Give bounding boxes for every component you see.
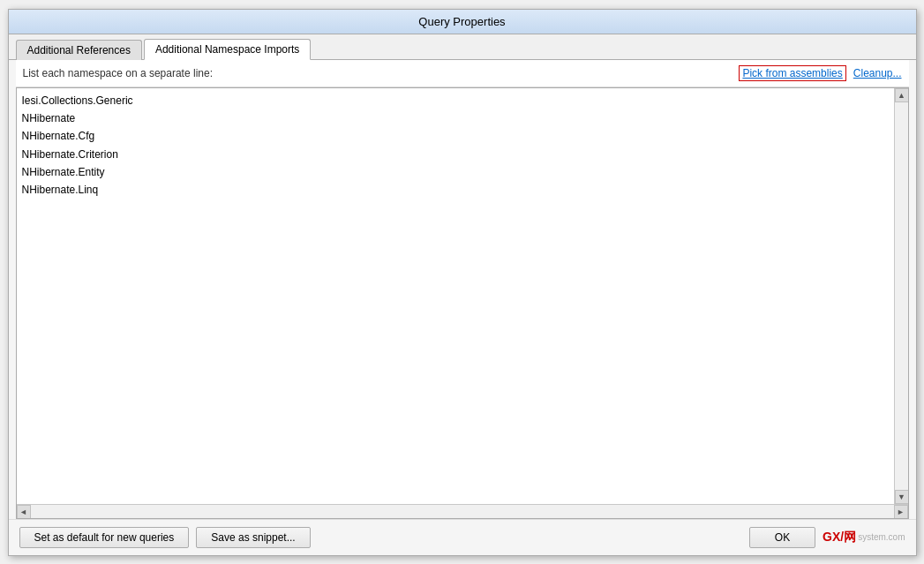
window-title: Query Properties xyxy=(418,15,505,28)
query-properties-window: Query Properties Additional References A… xyxy=(8,9,917,556)
scroll-left-button[interactable]: ◄ xyxy=(17,505,31,519)
scroll-up-icon: ▲ xyxy=(898,91,905,100)
watermark: GX/网 system.com xyxy=(823,530,905,545)
namespace-scroll-body: Iesi.Collections.Generic NHibernate NHib… xyxy=(17,88,908,504)
scroll-left-icon: ◄ xyxy=(19,508,27,516)
scroll-down-icon: ▼ xyxy=(898,493,905,501)
scroll-track-vertical[interactable] xyxy=(895,102,908,490)
namespace-line-3: NHibernate.Criterion xyxy=(22,146,889,163)
cleanup-link[interactable]: Cleanup... xyxy=(853,67,902,79)
namespace-line-1: NHibernate xyxy=(22,109,889,127)
tab-additional-namespace-imports[interactable]: Additional Namespace Imports xyxy=(144,39,311,60)
watermark-subtext: system.com xyxy=(858,532,905,542)
main-content: List each namespace on a separate line: … xyxy=(9,60,916,519)
title-bar: Query Properties xyxy=(9,10,916,34)
header-actions: Pick from assemblies Cleanup... xyxy=(739,65,901,81)
vertical-scrollbar[interactable]: ▲ ▼ xyxy=(894,88,908,504)
content-header: List each namespace on a separate line: … xyxy=(16,60,909,87)
scroll-right-button[interactable]: ► xyxy=(894,505,908,519)
footer-right: OK GX/网 system.com xyxy=(749,527,905,548)
set-default-button[interactable]: Set as default for new queries xyxy=(19,527,190,548)
namespace-line-0: Iesi.Collections.Generic xyxy=(22,92,889,109)
namespace-text-pane[interactable]: Iesi.Collections.Generic NHibernate NHib… xyxy=(17,88,894,504)
scroll-track-horizontal[interactable] xyxy=(31,505,894,518)
namespace-scroll-container: Iesi.Collections.Generic NHibernate NHib… xyxy=(16,87,909,519)
ok-button[interactable]: OK xyxy=(749,527,815,548)
namespace-line-2: NHibernate.Cfg xyxy=(22,127,889,145)
tab-additional-references[interactable]: Additional References xyxy=(16,40,142,60)
footer-left: Set as default for new queries Save as s… xyxy=(19,527,311,548)
save-snippet-button[interactable]: Save as snippet... xyxy=(196,527,310,548)
tabs-container: Additional References Additional Namespa… xyxy=(9,34,916,60)
description-label: List each namespace on a separate line: xyxy=(23,67,213,79)
scroll-down-button[interactable]: ▼ xyxy=(895,490,908,504)
namespace-line-5: NHibernate.Linq xyxy=(22,181,889,199)
pick-from-assemblies-link[interactable]: Pick from assemblies xyxy=(739,65,845,81)
scroll-right-icon: ► xyxy=(897,508,905,516)
namespace-line-4: NHibernate.Entity xyxy=(22,163,889,181)
watermark-logo: GX/网 xyxy=(823,530,856,545)
scroll-up-button[interactable]: ▲ xyxy=(895,88,908,102)
horizontal-scrollbar[interactable]: ◄ ► xyxy=(17,504,908,518)
footer: Set as default for new queries Save as s… xyxy=(9,519,916,555)
